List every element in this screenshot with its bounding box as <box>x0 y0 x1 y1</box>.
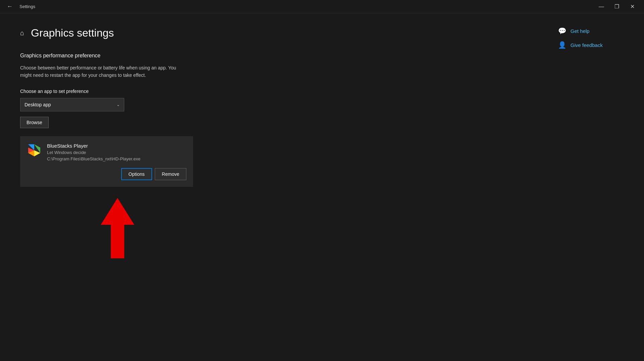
app-type-dropdown[interactable]: Desktop app ⌄ <box>20 98 124 111</box>
titlebar-title: Settings <box>19 4 35 9</box>
browse-button[interactable]: Browse <box>20 117 49 128</box>
app-path: C:\Program Files\BlueStacks_nxt\HD-Playe… <box>47 156 186 161</box>
app-card-header: BlueStacks Player Let Windows decide C:\… <box>27 143 186 161</box>
give-feedback-link[interactable]: 👤 Give feedback <box>558 41 636 49</box>
content-area: ⌂ Graphics settings Graphics performance… <box>0 13 550 361</box>
remove-button[interactable]: Remove <box>155 168 186 180</box>
titlebar-left: ← Settings <box>4 2 35 11</box>
page-header: ⌂ Graphics settings <box>20 27 530 39</box>
chevron-down-icon: ⌄ <box>117 102 120 107</box>
right-panel: 💬 Get help 👤 Give feedback <box>550 13 644 361</box>
options-button[interactable]: Options <box>121 168 152 180</box>
titlebar-controls: — ❐ ✕ <box>594 0 640 13</box>
feedback-icon: 👤 <box>558 41 566 49</box>
choose-label: Choose an app to set preference <box>20 89 530 94</box>
close-button[interactable]: ✕ <box>625 0 640 13</box>
section-title: Graphics performance preference <box>20 53 530 59</box>
app-card: BlueStacks Player Let Windows decide C:\… <box>20 136 193 187</box>
back-button[interactable]: ← <box>4 2 15 11</box>
app-card-actions: Options Remove <box>27 168 186 180</box>
app-subtitle: Let Windows decide <box>47 150 186 155</box>
help-icon: 💬 <box>558 27 566 35</box>
main-layout: ⌂ Graphics settings Graphics performance… <box>0 13 644 361</box>
section-description: Choose between better performance or bat… <box>20 64 188 79</box>
app-info: BlueStacks Player Let Windows decide C:\… <box>47 143 186 161</box>
home-icon: ⌂ <box>20 29 24 37</box>
get-help-label: Get help <box>570 28 590 34</box>
minimize-button[interactable]: — <box>594 0 609 13</box>
maximize-button[interactable]: ❐ <box>609 0 625 13</box>
titlebar: ← Settings — ❐ ✕ <box>0 0 644 13</box>
app-type-dropdown-container: Desktop app ⌄ <box>20 98 530 111</box>
app-name: BlueStacks Player <box>47 143 186 149</box>
page-title: Graphics settings <box>31 27 114 39</box>
dropdown-value: Desktop app <box>25 102 51 107</box>
app-icon <box>27 143 42 158</box>
give-feedback-label: Give feedback <box>570 42 603 48</box>
get-help-link[interactable]: 💬 Get help <box>558 27 636 35</box>
